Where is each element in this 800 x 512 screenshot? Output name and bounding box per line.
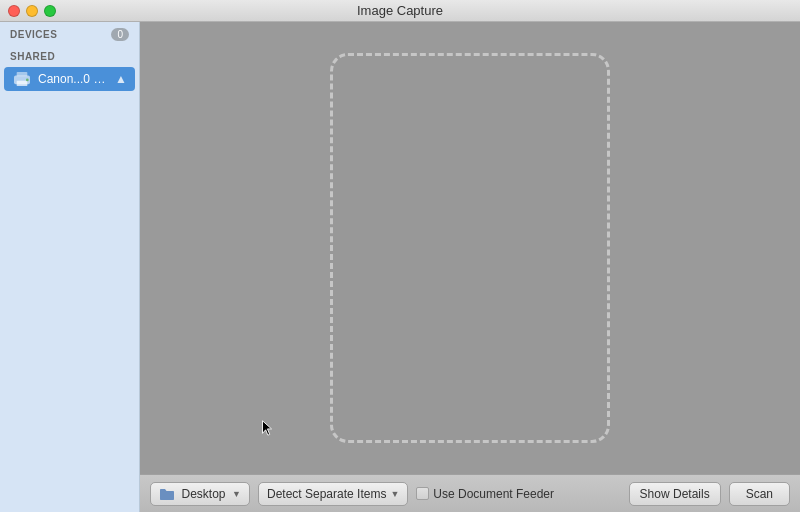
doc-feeder-label: Use Document Feeder bbox=[433, 487, 554, 501]
devices-label: DEVICES bbox=[10, 29, 57, 40]
devices-badge: 0 bbox=[111, 28, 129, 41]
shared-section-header: SHARED bbox=[0, 45, 139, 65]
device-name: Canon...0 series bbox=[38, 72, 109, 86]
detect-label: Detect Separate Items bbox=[267, 487, 386, 501]
svg-rect-2 bbox=[17, 81, 28, 86]
scanner-preview bbox=[140, 22, 800, 474]
folder-chevron-icon: ▼ bbox=[232, 489, 241, 499]
mouse-cursor-icon bbox=[260, 419, 274, 437]
bottom-toolbar: Desktop ▼ Detect Separate Items ▼ Use Do… bbox=[140, 474, 800, 512]
sidebar-item-canon[interactable]: Canon...0 series ▲ bbox=[4, 67, 135, 91]
folder-label: Desktop bbox=[179, 487, 228, 501]
minimize-button[interactable] bbox=[26, 5, 38, 17]
devices-section-header: DEVICES 0 bbox=[0, 22, 139, 45]
scan-area bbox=[330, 53, 610, 443]
traffic-lights bbox=[8, 5, 56, 17]
eject-icon: ▲ bbox=[115, 72, 127, 86]
title-bar: Image Capture bbox=[0, 0, 800, 22]
use-document-feeder-checkbox-area[interactable]: Use Document Feeder bbox=[416, 487, 554, 501]
show-details-button[interactable]: Show Details bbox=[629, 482, 721, 506]
detect-chevron-icon: ▼ bbox=[390, 489, 399, 499]
close-button[interactable] bbox=[8, 5, 20, 17]
svg-rect-1 bbox=[17, 72, 28, 76]
shared-label: SHARED bbox=[10, 51, 55, 62]
window-title: Image Capture bbox=[357, 3, 443, 18]
maximize-button[interactable] bbox=[44, 5, 56, 17]
printer-icon bbox=[12, 71, 32, 87]
scan-button[interactable]: Scan bbox=[729, 482, 790, 506]
sidebar: DEVICES 0 SHARED Canon...0 series ▲ bbox=[0, 22, 140, 512]
detect-separate-items-button[interactable]: Detect Separate Items ▼ bbox=[258, 482, 408, 506]
svg-point-3 bbox=[26, 79, 29, 82]
use-document-feeder-checkbox[interactable] bbox=[416, 487, 429, 500]
folder-icon bbox=[159, 487, 175, 501]
app-body: DEVICES 0 SHARED Canon...0 series ▲ bbox=[0, 22, 800, 512]
main-content: Desktop ▼ Detect Separate Items ▼ Use Do… bbox=[140, 22, 800, 512]
save-location-button[interactable]: Desktop ▼ bbox=[150, 482, 250, 506]
